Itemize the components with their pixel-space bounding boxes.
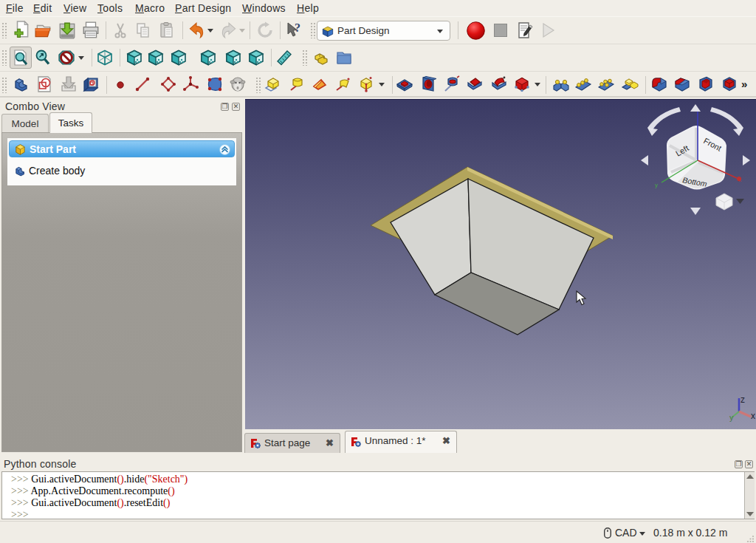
svg-text:x: x bbox=[751, 411, 755, 421]
svg-text:y: y bbox=[655, 182, 658, 188]
svg-text:y: y bbox=[729, 413, 734, 422]
svg-text:z: z bbox=[740, 395, 745, 405]
